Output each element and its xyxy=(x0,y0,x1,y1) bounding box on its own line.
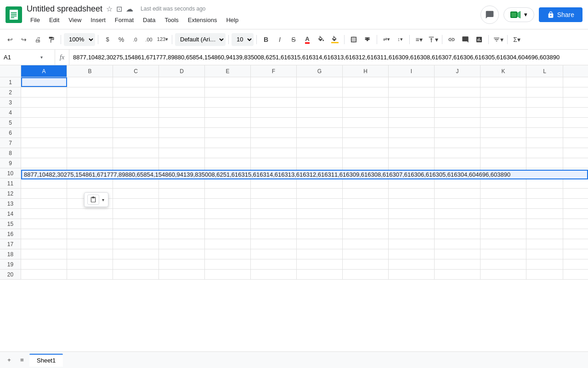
row-num-13[interactable]: 13 xyxy=(0,199,21,208)
col-header-h[interactable]: H xyxy=(343,65,389,77)
redo-button[interactable]: ↪ xyxy=(17,33,30,46)
col-header-j[interactable]: J xyxy=(435,65,481,77)
cell-f2[interactable] xyxy=(251,87,297,97)
cell-h3[interactable] xyxy=(343,98,389,107)
cell-l3[interactable] xyxy=(526,98,563,107)
highlight-color-button[interactable] xyxy=(315,33,328,46)
row-num-12[interactable]: 12 xyxy=(0,189,21,198)
increase-decimals-button[interactable]: .00 xyxy=(142,33,155,46)
cell-j2[interactable] xyxy=(435,87,481,97)
menu-file[interactable]: File xyxy=(27,15,44,25)
cell-c3[interactable] xyxy=(113,98,159,107)
cell-a2[interactable] xyxy=(21,87,67,97)
decrease-decimals-button[interactable]: .0 xyxy=(129,33,141,46)
font-family-select[interactable]: Default (Ari… Arial xyxy=(175,33,226,46)
cell-l2[interactable] xyxy=(526,87,563,97)
cell-g1[interactable] xyxy=(297,77,343,87)
cell-h2[interactable] xyxy=(343,87,389,97)
row-num-17[interactable]: 17 xyxy=(0,239,21,249)
row-num-5[interactable]: 5 xyxy=(0,118,21,127)
currency-button[interactable]: $ xyxy=(101,33,114,46)
col-header-c[interactable]: C xyxy=(113,65,159,77)
row-num-11[interactable]: 11 xyxy=(0,178,21,188)
cell-k2[interactable] xyxy=(481,87,526,97)
add-sheet-button[interactable]: + xyxy=(4,355,15,366)
zoom-select[interactable]: 100% 75% 125% xyxy=(64,33,95,46)
menu-help[interactable]: Help xyxy=(222,15,242,25)
cell-l1[interactable] xyxy=(526,77,563,87)
col-header-a[interactable]: A xyxy=(21,65,67,77)
row-num-20[interactable]: 20 xyxy=(0,270,21,279)
undo-button[interactable]: ↩ xyxy=(4,33,17,46)
cell-f3[interactable] xyxy=(251,98,297,107)
cell-reference-box[interactable]: A1 ▾ xyxy=(0,50,55,65)
row-num-19[interactable]: 19 xyxy=(0,259,21,269)
merge-cells-button[interactable] xyxy=(361,33,374,46)
comment-insert-button[interactable] xyxy=(459,33,472,46)
cell-b1[interactable] xyxy=(67,77,113,87)
all-sheets-button[interactable]: ≡ xyxy=(17,355,28,366)
col-header-f[interactable]: F xyxy=(251,65,297,77)
cell-a1[interactable] xyxy=(21,77,67,87)
cloud-icon[interactable]: ☁ xyxy=(126,5,133,13)
percent-button[interactable]: % xyxy=(115,33,128,46)
menu-tools[interactable]: Tools xyxy=(161,15,182,25)
cell-g3[interactable] xyxy=(297,98,343,107)
row-num-15[interactable]: 15 xyxy=(0,219,21,229)
menu-data[interactable]: Data xyxy=(139,15,159,25)
cell-k1[interactable] xyxy=(481,77,526,87)
col-header-i[interactable]: I xyxy=(389,65,435,77)
folder-icon[interactable]: ⊡ xyxy=(116,5,122,13)
star-icon[interactable]: ☆ xyxy=(106,5,113,13)
col-header-g[interactable]: G xyxy=(297,65,343,77)
meet-button[interactable]: ▾ xyxy=(503,7,534,22)
spreadsheet-title[interactable]: Untitled spreadsheet xyxy=(27,4,102,14)
row-num-8[interactable]: 8 xyxy=(0,148,21,158)
fill-color-button[interactable] xyxy=(328,33,341,46)
italic-button[interactable]: I xyxy=(273,33,286,46)
col-header-l[interactable]: L xyxy=(526,65,563,77)
text-color-button[interactable]: A xyxy=(301,33,314,46)
row-num-4[interactable]: 4 xyxy=(0,108,21,117)
cell-h1[interactable] xyxy=(343,77,389,87)
chart-button[interactable] xyxy=(473,33,486,46)
col-header-k[interactable]: K xyxy=(481,65,526,77)
formula-input[interactable]: 8877,10482,30275,154861,671777,89880,658… xyxy=(69,54,588,61)
row-num-14[interactable]: 14 xyxy=(0,209,21,218)
cell-d1[interactable] xyxy=(159,77,205,87)
strikethrough-button[interactable]: S xyxy=(287,33,300,46)
col-header-b[interactable]: B xyxy=(67,65,113,77)
cell-j1[interactable] xyxy=(435,77,481,87)
vertical-align-button[interactable]: ▾ xyxy=(426,33,439,46)
row-num-9[interactable]: 9 xyxy=(0,158,21,168)
row-num-16[interactable]: 16 xyxy=(0,229,21,239)
cell-j3[interactable] xyxy=(435,98,481,107)
bold-button[interactable]: B xyxy=(260,33,272,46)
menu-edit[interactable]: Edit xyxy=(45,15,63,25)
menu-insert[interactable]: Insert xyxy=(87,15,109,25)
cell-e3[interactable] xyxy=(205,98,251,107)
cell-k3[interactable] xyxy=(481,98,526,107)
filter-button[interactable]: ▾ xyxy=(492,33,504,46)
text-wrap-button[interactable]: ⇌▾ xyxy=(380,33,393,46)
cell-c1[interactable] xyxy=(113,77,159,87)
paste-icon-button[interactable] xyxy=(87,195,99,205)
cell-reference-input[interactable]: A1 xyxy=(4,54,40,61)
cell-b3[interactable] xyxy=(67,98,113,107)
cell-i1[interactable] xyxy=(389,77,435,87)
cell-i2[interactable] xyxy=(389,87,435,97)
more-formats-button[interactable]: 123▾ xyxy=(156,33,169,46)
menu-view[interactable]: View xyxy=(65,15,85,25)
row-num-10[interactable]: 10 xyxy=(0,168,21,178)
cell-a3[interactable] xyxy=(21,98,67,107)
comment-button[interactable] xyxy=(481,6,499,24)
paint-format-button[interactable] xyxy=(45,33,58,46)
cell-e2[interactable] xyxy=(205,87,251,97)
col-header-e[interactable]: E xyxy=(205,65,251,77)
row-num-6[interactable]: 6 xyxy=(0,128,21,138)
row-num-1[interactable]: 1 xyxy=(0,77,21,87)
row-num-18[interactable]: 18 xyxy=(0,249,21,259)
cell-f1[interactable] xyxy=(251,77,297,87)
row-num-3[interactable]: 3 xyxy=(0,98,21,107)
paste-dropdown-button[interactable]: ▾ xyxy=(101,196,105,203)
